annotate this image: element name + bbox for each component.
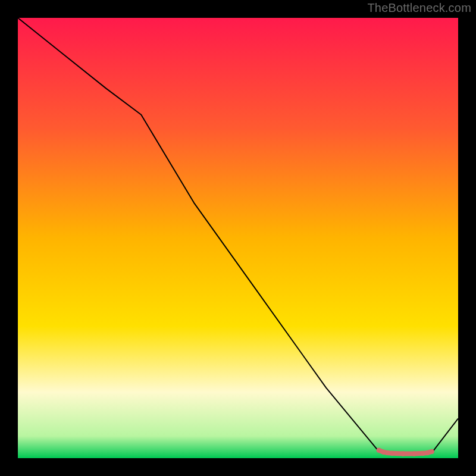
highlight-dot (412, 452, 416, 456)
highlight-dot (381, 450, 386, 455)
plot-area (18, 18, 458, 458)
highlight-dot (386, 450, 390, 455)
highlight-dot (430, 449, 434, 454)
highlight-dot (401, 452, 406, 456)
highlight-dot (377, 448, 381, 453)
highlight-dot (421, 451, 425, 456)
chart-background (18, 18, 458, 458)
highlight-dot (425, 450, 430, 455)
chart-frame: TheBottleneck.com (0, 0, 476, 476)
highlight-dot (390, 451, 394, 456)
attribution-text: TheBottleneck.com (367, 1, 471, 15)
chart-svg (18, 18, 458, 458)
